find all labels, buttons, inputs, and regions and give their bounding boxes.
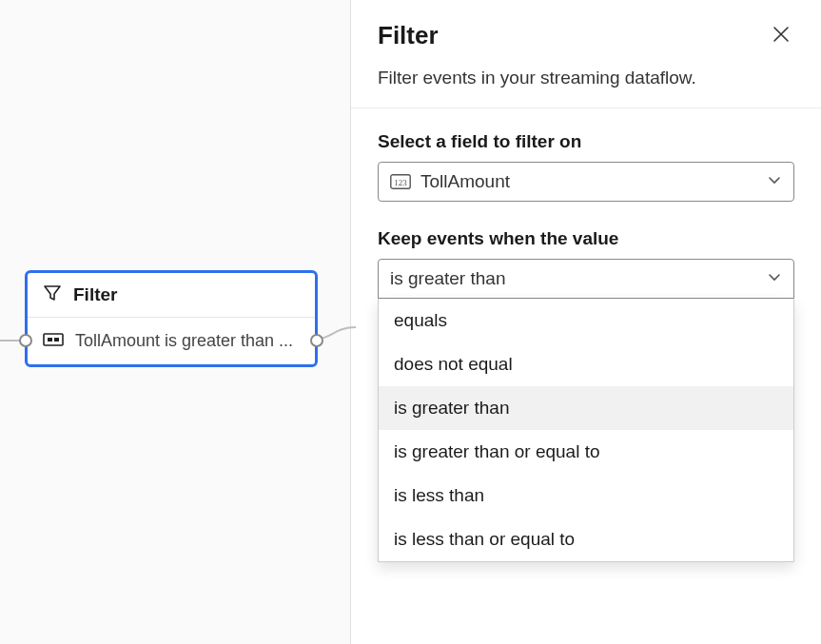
condition-option[interactable]: is less than <box>379 474 793 517</box>
panel-header: Filter <box>351 0 821 68</box>
filter-icon <box>43 283 62 306</box>
svg-rect-2 <box>54 338 59 342</box>
condition-select-group: Keep events when the value is greater th… <box>378 228 794 299</box>
condition-option[interactable]: is greater than or equal to <box>379 430 793 474</box>
numeric-type-icon: 123 <box>390 174 411 189</box>
panel-body: Select a field to filter on 123 TollAmou… <box>351 108 821 322</box>
filter-panel: Filter Filter events in your streaming d… <box>351 0 821 644</box>
field-select[interactable]: 123 TollAmount <box>378 162 794 202</box>
filter-node-title: Filter <box>73 284 117 305</box>
canvas-area: Filter TollAmount is greater than ... <box>0 0 351 644</box>
svg-rect-0 <box>44 334 63 345</box>
edge-connector-right <box>318 323 356 352</box>
node-output-port[interactable] <box>310 334 323 347</box>
svg-text:123: 123 <box>394 178 407 187</box>
panel-subtitle: Filter events in your streaming dataflow… <box>351 68 821 107</box>
field-select-value: TollAmount <box>420 171 510 192</box>
close-button[interactable] <box>768 21 794 50</box>
condition-select-label: Keep events when the value <box>378 228 794 249</box>
field-select-group: Select a field to filter on 123 TollAmou… <box>378 131 794 202</box>
chevron-down-icon <box>767 171 782 192</box>
condition-select[interactable]: is greater than <box>378 259 794 299</box>
chevron-down-icon <box>767 268 782 289</box>
condition-select-value: is greater than <box>390 268 505 289</box>
condition-option[interactable]: is greater than <box>379 386 793 430</box>
close-icon <box>772 32 791 47</box>
condition-option[interactable]: does not equal <box>379 342 793 386</box>
field-select-label: Select a field to filter on <box>378 131 794 152</box>
filter-node-description: TollAmount is greater than ... <box>75 331 293 351</box>
filter-node-header: Filter <box>28 273 315 318</box>
node-input-port[interactable] <box>19 334 32 347</box>
condition-dropdown-list: equalsdoes not equalis greater thanis gr… <box>378 299 794 562</box>
panel-title: Filter <box>378 21 439 50</box>
field-icon <box>43 333 64 350</box>
condition-option[interactable]: equals <box>379 299 793 342</box>
filter-node[interactable]: Filter TollAmount is greater than ... <box>25 270 318 367</box>
svg-rect-1 <box>48 338 52 342</box>
condition-option[interactable]: is less than or equal to <box>379 517 793 561</box>
filter-node-body: TollAmount is greater than ... <box>28 318 315 364</box>
